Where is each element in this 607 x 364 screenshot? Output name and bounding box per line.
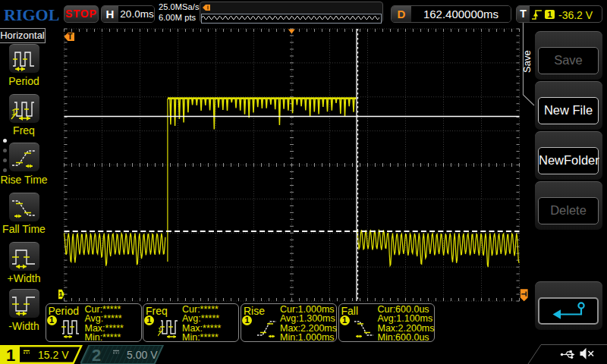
svg-text:T: T <box>68 33 72 41</box>
svg-text:15.2 V: 15.2 V <box>38 349 69 361</box>
svg-text:5.00 V: 5.00 V <box>127 349 158 361</box>
svg-text:1: 1 <box>58 290 62 298</box>
svg-text:1: 1 <box>158 326 162 334</box>
svg-text:2: 2 <box>92 346 101 364</box>
svg-text:1: 1 <box>6 346 15 364</box>
